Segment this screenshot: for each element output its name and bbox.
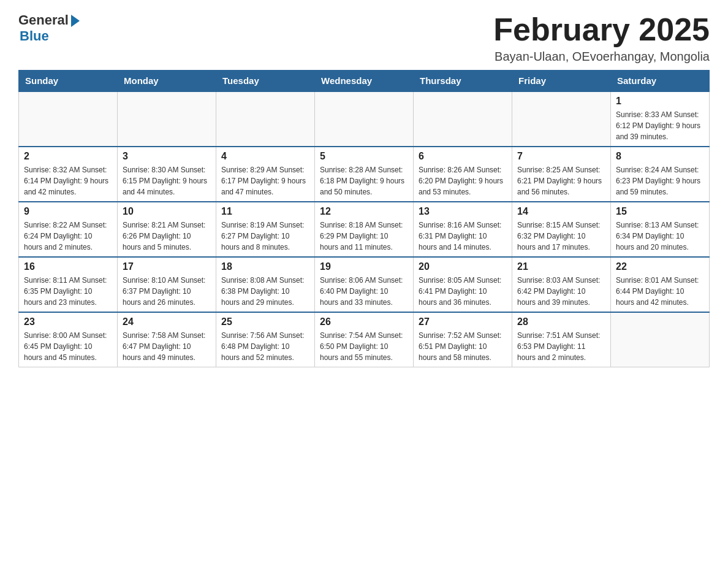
title-block: February 2025 Bayan-Ulaan, OEvoerhangay,… — [493, 12, 710, 64]
day-number: 11 — [221, 206, 309, 217]
calendar-cell: 17Sunrise: 8:10 AM Sunset: 6:37 PM Dayli… — [118, 257, 216, 312]
calendar-cell — [611, 312, 710, 367]
day-number: 4 — [221, 151, 309, 162]
day-info: Sunrise: 7:58 AM Sunset: 6:47 PM Dayligh… — [123, 330, 211, 363]
day-info: Sunrise: 8:24 AM Sunset: 6:23 PM Dayligh… — [616, 164, 704, 197]
day-info: Sunrise: 8:01 AM Sunset: 6:44 PM Dayligh… — [616, 275, 704, 308]
header-day-monday: Monday — [118, 71, 216, 92]
calendar-cell: 12Sunrise: 8:18 AM Sunset: 6:29 PM Dayli… — [315, 202, 414, 257]
header-row: SundayMondayTuesdayWednesdayThursdayFrid… — [19, 71, 710, 92]
calendar-cell: 4Sunrise: 8:29 AM Sunset: 6:17 PM Daylig… — [216, 147, 315, 202]
calendar-cell: 19Sunrise: 8:06 AM Sunset: 6:40 PM Dayli… — [315, 257, 414, 312]
day-number: 3 — [123, 151, 211, 162]
calendar-cell: 1Sunrise: 8:33 AM Sunset: 6:12 PM Daylig… — [611, 91, 710, 147]
day-number: 10 — [123, 206, 211, 217]
day-info: Sunrise: 8:00 AM Sunset: 6:45 PM Dayligh… — [24, 330, 112, 363]
calendar-cell — [414, 91, 512, 147]
calendar-cell: 18Sunrise: 8:08 AM Sunset: 6:38 PM Dayli… — [216, 257, 315, 312]
day-number: 2 — [24, 151, 112, 162]
calendar-cell: 7Sunrise: 8:25 AM Sunset: 6:21 PM Daylig… — [512, 147, 611, 202]
header-day-thursday: Thursday — [414, 71, 512, 92]
calendar-cell: 16Sunrise: 8:11 AM Sunset: 6:35 PM Dayli… — [19, 257, 118, 312]
header-day-sunday: Sunday — [19, 71, 118, 92]
calendar-cell: 26Sunrise: 7:54 AM Sunset: 6:50 PM Dayli… — [315, 312, 414, 367]
day-number: 24 — [123, 316, 211, 327]
day-number: 8 — [616, 151, 704, 162]
calendar-cell: 14Sunrise: 8:15 AM Sunset: 6:32 PM Dayli… — [512, 202, 611, 257]
day-number: 25 — [221, 316, 309, 327]
day-info: Sunrise: 8:26 AM Sunset: 6:20 PM Dayligh… — [419, 164, 507, 197]
calendar-cell: 10Sunrise: 8:21 AM Sunset: 6:26 PM Dayli… — [118, 202, 216, 257]
week-row-4: 16Sunrise: 8:11 AM Sunset: 6:35 PM Dayli… — [19, 257, 710, 312]
day-info: Sunrise: 8:32 AM Sunset: 6:14 PM Dayligh… — [24, 164, 112, 197]
day-info: Sunrise: 8:22 AM Sunset: 6:24 PM Dayligh… — [24, 220, 112, 253]
day-number: 18 — [221, 261, 309, 272]
calendar-title: February 2025 — [493, 12, 710, 47]
day-info: Sunrise: 8:30 AM Sunset: 6:15 PM Dayligh… — [123, 164, 211, 197]
day-number: 14 — [517, 206, 605, 217]
calendar-cell — [216, 91, 315, 147]
calendar-cell: 15Sunrise: 8:13 AM Sunset: 6:34 PM Dayli… — [611, 202, 710, 257]
calendar-cell — [19, 91, 118, 147]
day-info: Sunrise: 8:18 AM Sunset: 6:29 PM Dayligh… — [320, 220, 408, 253]
day-number: 7 — [517, 151, 605, 162]
calendar-cell: 2Sunrise: 8:32 AM Sunset: 6:14 PM Daylig… — [19, 147, 118, 202]
day-info: Sunrise: 8:03 AM Sunset: 6:42 PM Dayligh… — [517, 275, 605, 308]
calendar-cell: 24Sunrise: 7:58 AM Sunset: 6:47 PM Dayli… — [118, 312, 216, 367]
calendar-cell: 9Sunrise: 8:22 AM Sunset: 6:24 PM Daylig… — [19, 202, 118, 257]
week-row-5: 23Sunrise: 8:00 AM Sunset: 6:45 PM Dayli… — [19, 312, 710, 367]
day-info: Sunrise: 8:25 AM Sunset: 6:21 PM Dayligh… — [517, 164, 605, 197]
calendar-cell: 23Sunrise: 8:00 AM Sunset: 6:45 PM Dayli… — [19, 312, 118, 367]
week-row-3: 9Sunrise: 8:22 AM Sunset: 6:24 PM Daylig… — [19, 202, 710, 257]
day-number: 6 — [419, 151, 507, 162]
calendar-cell — [315, 91, 414, 147]
day-number: 22 — [616, 261, 704, 272]
calendar-cell: 22Sunrise: 8:01 AM Sunset: 6:44 PM Dayli… — [611, 257, 710, 312]
logo-blue-text: Blue — [20, 28, 49, 44]
calendar-cell: 25Sunrise: 7:56 AM Sunset: 6:48 PM Dayli… — [216, 312, 315, 367]
header-day-friday: Friday — [512, 71, 611, 92]
calendar-table: SundayMondayTuesdayWednesdayThursdayFrid… — [18, 70, 710, 367]
header-day-saturday: Saturday — [611, 71, 710, 92]
day-number: 17 — [123, 261, 211, 272]
logo: General Blue — [18, 12, 80, 44]
day-number: 12 — [320, 206, 408, 217]
day-info: Sunrise: 7:51 AM Sunset: 6:53 PM Dayligh… — [517, 330, 605, 363]
day-number: 1 — [616, 96, 704, 107]
calendar-cell — [118, 91, 216, 147]
calendar-cell: 5Sunrise: 8:28 AM Sunset: 6:18 PM Daylig… — [315, 147, 414, 202]
calendar-cell: 28Sunrise: 7:51 AM Sunset: 6:53 PM Dayli… — [512, 312, 611, 367]
calendar-cell: 20Sunrise: 8:05 AM Sunset: 6:41 PM Dayli… — [414, 257, 512, 312]
header-day-tuesday: Tuesday — [216, 71, 315, 92]
day-number: 15 — [616, 206, 704, 217]
logo-general-text: General — [18, 12, 69, 28]
header-day-wednesday: Wednesday — [315, 71, 414, 92]
day-number: 27 — [419, 316, 507, 327]
calendar-body: 1Sunrise: 8:33 AM Sunset: 6:12 PM Daylig… — [19, 91, 710, 367]
week-row-1: 1Sunrise: 8:33 AM Sunset: 6:12 PM Daylig… — [19, 91, 710, 147]
calendar-cell: 11Sunrise: 8:19 AM Sunset: 6:27 PM Dayli… — [216, 202, 315, 257]
calendar-cell — [512, 91, 611, 147]
calendar-cell: 13Sunrise: 8:16 AM Sunset: 6:31 PM Dayli… — [414, 202, 512, 257]
day-info: Sunrise: 8:10 AM Sunset: 6:37 PM Dayligh… — [123, 275, 211, 308]
day-number: 9 — [24, 206, 112, 217]
day-number: 16 — [24, 261, 112, 272]
calendar-cell: 3Sunrise: 8:30 AM Sunset: 6:15 PM Daylig… — [118, 147, 216, 202]
day-info: Sunrise: 8:29 AM Sunset: 6:17 PM Dayligh… — [221, 164, 309, 197]
calendar-header: SundayMondayTuesdayWednesdayThursdayFrid… — [19, 71, 710, 92]
day-number: 26 — [320, 316, 408, 327]
day-info: Sunrise: 8:33 AM Sunset: 6:12 PM Dayligh… — [616, 109, 704, 142]
day-info: Sunrise: 8:08 AM Sunset: 6:38 PM Dayligh… — [221, 275, 309, 308]
week-row-2: 2Sunrise: 8:32 AM Sunset: 6:14 PM Daylig… — [19, 147, 710, 202]
day-info: Sunrise: 8:21 AM Sunset: 6:26 PM Dayligh… — [123, 220, 211, 253]
day-info: Sunrise: 8:28 AM Sunset: 6:18 PM Dayligh… — [320, 164, 408, 197]
day-info: Sunrise: 8:16 AM Sunset: 6:31 PM Dayligh… — [419, 220, 507, 253]
day-number: 13 — [419, 206, 507, 217]
day-number: 20 — [419, 261, 507, 272]
day-info: Sunrise: 7:52 AM Sunset: 6:51 PM Dayligh… — [419, 330, 507, 363]
day-info: Sunrise: 8:11 AM Sunset: 6:35 PM Dayligh… — [24, 275, 112, 308]
day-info: Sunrise: 8:13 AM Sunset: 6:34 PM Dayligh… — [616, 220, 704, 253]
day-info: Sunrise: 8:19 AM Sunset: 6:27 PM Dayligh… — [221, 220, 309, 253]
calendar-cell: 21Sunrise: 8:03 AM Sunset: 6:42 PM Dayli… — [512, 257, 611, 312]
calendar-cell: 27Sunrise: 7:52 AM Sunset: 6:51 PM Dayli… — [414, 312, 512, 367]
